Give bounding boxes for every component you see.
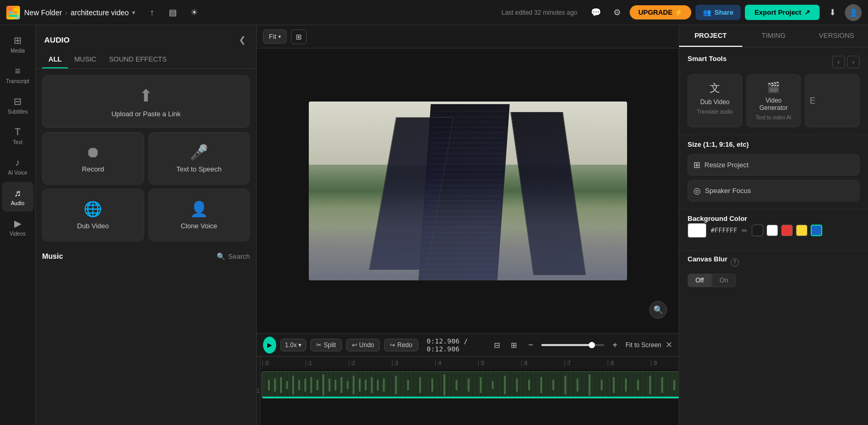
sidebar-item-audio[interactable]: ♬ Audio <box>2 182 34 211</box>
blur-on-button[interactable]: On <box>712 274 736 287</box>
tab-project[interactable]: PROJECT <box>679 25 742 47</box>
timeline-track-1[interactable] <box>260 369 679 425</box>
redo-button[interactable]: ↪ Redo <box>384 339 418 351</box>
swatch-black[interactable] <box>752 225 763 236</box>
comment-icon[interactable]: 💬 <box>588 4 604 21</box>
smart-tool-extra[interactable]: E <box>805 74 860 127</box>
smart-tools-section: Smart Tools ‹ › 文 Dub Video Translate au… <box>679 47 868 135</box>
settings-icon[interactable]: ⚙ <box>609 4 625 21</box>
sidebar-item-text[interactable]: T Text <box>2 121 34 150</box>
collapse-tracks-icon[interactable]: ⊟ <box>491 339 503 351</box>
timecode-display: 0:12.906 / 0:12.906 <box>427 337 487 353</box>
fit-dropdown-button[interactable]: Fit ▾ <box>263 29 287 44</box>
audio-panel: AUDIO ❮ ALL MUSIC SOUND EFFECTS ⬆ Upload… <box>36 25 257 425</box>
zoom-in-button[interactable]: + <box>609 339 621 351</box>
blur-off-button[interactable]: Off <box>688 274 712 287</box>
project-chevron[interactable]: ▾ <box>132 9 135 16</box>
sidebar-item-media[interactable]: ⊞ Media <box>2 29 34 59</box>
tab-all[interactable]: ALL <box>42 51 68 68</box>
speed-button[interactable]: 1.0x ▾ <box>280 339 307 351</box>
share-button[interactable]: 👥 Share <box>695 5 741 20</box>
download-icon[interactable]: ⬇ <box>824 4 841 21</box>
smart-tool-dub-video[interactable]: 文 Dub Video Translate audio <box>688 74 742 127</box>
smart-tool-video-generator[interactable]: 🎬 Video Generator Text to video AI <box>746 74 801 127</box>
export-button[interactable]: Export Project ↗ <box>745 5 820 20</box>
play-button[interactable]: ▶ <box>263 337 276 353</box>
fit-tracks-icon[interactable]: ⊞ <box>508 339 520 351</box>
collapse-panel-button[interactable]: ❮ <box>237 33 248 47</box>
svg-rect-8 <box>280 377 281 393</box>
magnify-button[interactable]: 🔍 <box>649 301 667 319</box>
svg-rect-16 <box>328 379 330 392</box>
smart-tools-next-button[interactable]: › <box>847 56 860 68</box>
svg-rect-22 <box>365 380 366 390</box>
canvas-blur-help-icon[interactable]: ? <box>731 258 739 267</box>
timeline-toolbar: ▶ 1.0x ▾ ✂ Split ↩ Undo ↪ Redo <box>257 333 679 357</box>
share-upload-icon[interactable]: ↑ <box>144 4 160 21</box>
svg-rect-0 <box>9 8 13 11</box>
smart-tools-prev-button[interactable]: ‹ <box>832 56 845 68</box>
zoom-out-button[interactable]: − <box>524 339 537 351</box>
speed-label: 1.0x <box>285 341 297 349</box>
video-clip[interactable] <box>261 371 679 399</box>
ruler-mark-2: :2 <box>349 360 392 366</box>
clone-voice-card[interactable]: 👤 Clone Voice <box>148 189 250 241</box>
sidebar-item-subtitles[interactable]: ⊟ Subtitles <box>2 90 34 120</box>
text-to-speech-card[interactable]: 🎤 Text to Speech <box>148 132 250 185</box>
video-generator-label: Video Generator <box>751 97 796 112</box>
user-avatar[interactable]: 👤 <box>845 4 862 21</box>
zoom-slider[interactable] <box>541 344 604 346</box>
fit-to-screen-button[interactable]: Fit to Screen <box>625 341 661 349</box>
transcript-label: Transcript <box>6 78 29 84</box>
music-search-button[interactable]: 🔍 Search <box>217 252 250 260</box>
svg-rect-27 <box>407 380 409 390</box>
svg-rect-18 <box>340 377 342 393</box>
svg-rect-39 <box>552 380 554 390</box>
layout-icon[interactable]: ▤ <box>165 4 181 21</box>
sidebar-item-ai-voice[interactable]: ♪ AI Voice <box>2 151 34 181</box>
tab-music[interactable]: MUSIC <box>68 51 103 68</box>
tab-versions[interactable]: VERSIONS <box>805 25 868 47</box>
swatch-blue[interactable] <box>811 225 822 236</box>
svg-rect-36 <box>516 379 518 392</box>
text-to-speech-label: Text to Speech <box>176 165 221 173</box>
dub-video-card[interactable]: 🌐 Dub Video <box>42 189 144 241</box>
svg-rect-41 <box>577 379 578 392</box>
clip-progress-bar <box>262 397 679 398</box>
sidebar-item-transcript[interactable]: ≡ Transcript <box>2 60 34 89</box>
upload-audio-card[interactable]: ⬆ Upload or Paste a Link <box>42 75 250 128</box>
undo-button[interactable]: ↩ Undo <box>346 339 380 351</box>
video-content <box>309 102 627 280</box>
tab-sound-effects[interactable]: SOUND EFFECTS <box>103 51 173 68</box>
close-timeline-button[interactable]: ✕ <box>665 340 672 350</box>
edit-color-button[interactable]: ✏ <box>742 227 748 235</box>
swatch-red[interactable] <box>781 225 793 236</box>
swatch-white[interactable] <box>766 225 778 236</box>
timeline-area: ▶ 1.0x ▾ ✂ Split ↩ Undo ↪ Redo <box>257 333 679 425</box>
resize-project-button[interactable]: ⊞ Resize Project <box>688 154 860 176</box>
svg-rect-20 <box>352 376 354 394</box>
svg-rect-28 <box>419 377 421 393</box>
lightning-icon[interactable]: ☀ <box>186 4 203 21</box>
svg-rect-15 <box>322 375 324 396</box>
project-name[interactable]: architecture video <box>70 8 129 17</box>
svg-rect-12 <box>304 379 306 392</box>
svg-rect-46 <box>637 380 639 390</box>
ruler-mark-8: :8 <box>608 360 651 366</box>
canvas-blur-header: Canvas Blur ? <box>688 255 860 269</box>
sidebar-item-videos[interactable]: ▶ Videos <box>2 212 34 242</box>
copy-button[interactable]: ⊞ <box>291 29 307 44</box>
color-preview[interactable] <box>688 223 706 238</box>
record-audio-card[interactable]: ⏺ Record <box>42 132 144 185</box>
split-button[interactable]: ✂ Split <box>310 339 341 351</box>
tab-timing[interactable]: TIMING <box>742 25 805 47</box>
dub-video-tool-label: Dub Video <box>700 98 730 106</box>
canvas-blur-section: Canvas Blur ? Off On <box>679 250 868 295</box>
swatch-yellow[interactable] <box>796 225 808 236</box>
svg-rect-35 <box>504 376 506 394</box>
folder-name[interactable]: New Folder <box>24 8 62 17</box>
timeline-tracks-container: :0 :1 :2 :3 :4 :5 :6 :7 :8 :9 :10 :11 <box>260 357 679 425</box>
video-generator-icon: 🎬 <box>767 81 780 94</box>
upgrade-button[interactable]: UPGRADE ⚡ <box>630 5 691 19</box>
speaker-focus-button[interactable]: ◎ Speaker Focus <box>688 180 860 201</box>
